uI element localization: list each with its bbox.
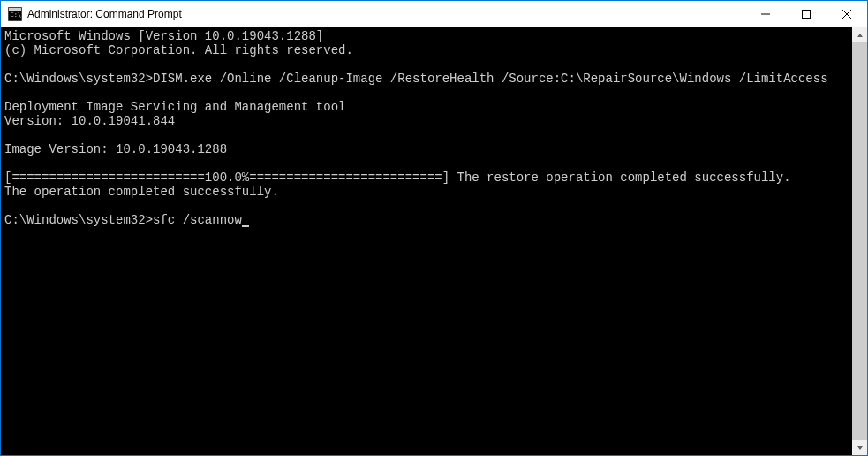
svg-text:C:\: C:\ [11, 11, 22, 19]
window-title: Administrator: Command Prompt [27, 8, 745, 20]
window-controls [745, 1, 867, 27]
maximize-button[interactable] [786, 1, 826, 27]
terminal-cursor [242, 225, 249, 227]
close-button[interactable] [826, 1, 867, 27]
vertical-scrollbar[interactable] [852, 27, 867, 455]
command-prompt-window: C:\ Administrator: Command Prompt Micros… [1, 1, 867, 455]
svg-rect-1 [9, 8, 21, 11]
svg-rect-4 [803, 10, 811, 18]
scrollbar-track[interactable] [852, 42, 867, 440]
terminal-output[interactable]: Microsoft Windows [Version 10.0.19043.12… [1, 27, 852, 455]
svg-marker-7 [857, 34, 863, 37]
scroll-up-button[interactable] [852, 27, 867, 42]
scrollbar-thumb[interactable] [852, 42, 867, 440]
svg-marker-8 [857, 446, 863, 450]
minimize-button[interactable] [745, 1, 786, 27]
cmd-icon: C:\ [8, 7, 22, 21]
scroll-down-button[interactable] [852, 440, 867, 455]
terminal-area: Microsoft Windows [Version 10.0.19043.12… [1, 27, 867, 455]
titlebar: C:\ Administrator: Command Prompt [1, 1, 867, 27]
